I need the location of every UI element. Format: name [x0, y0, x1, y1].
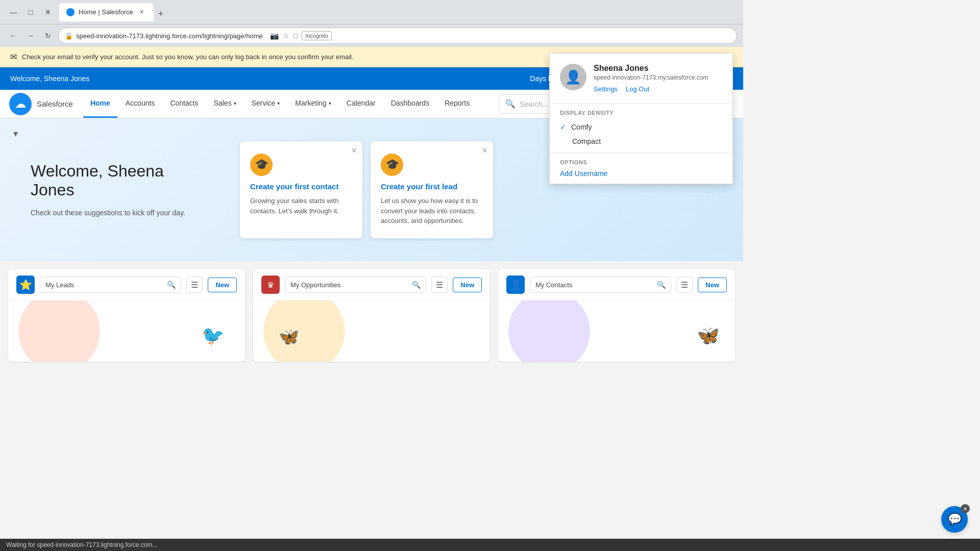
card-title-contact[interactable]: Create your first contact [250, 182, 352, 191]
card-desc-contact: Growing your sales starts with contacts.… [250, 196, 352, 216]
welcome-text-block: Welcome, Sheena Jones Check out these su… [31, 162, 209, 218]
nav-item-contacts[interactable]: Contacts [163, 90, 205, 118]
options-title: OPTIONS [560, 159, 722, 165]
contacts-semi-circle [508, 300, 590, 362]
screenshot-icon[interactable]: 📷 [270, 32, 279, 40]
leads-illustration: 🐦 [8, 300, 245, 362]
star-icon[interactable]: ☆ [283, 32, 289, 40]
address-text: speed-innovation-7173.lightning.force.co… [76, 32, 263, 40]
nav-item-reports[interactable]: Reports [437, 90, 477, 118]
tab-bar: Home | Salesforce ✕ + [59, 3, 737, 21]
widget-opportunities: ♛ My Opportunities 🔍 ☰ New 🦋 [253, 269, 490, 362]
leads-search[interactable]: My Leads 🔍 [40, 277, 181, 293]
user-dropdown: 👤 Sheena Jones speed-innovation-7173.my.… [549, 53, 733, 184]
contacts-search-label: My Contacts [535, 281, 572, 289]
opps-new-button[interactable]: New [453, 278, 482, 292]
lock-icon: 🔒 [65, 32, 73, 40]
card-icon-lead: 🎓 [381, 154, 403, 176]
contacts-new-button[interactable]: New [698, 278, 727, 292]
widget-contacts-header: 👤 My Contacts 🔍 ☰ New [498, 269, 735, 300]
opps-filter-button[interactable]: ☰ [431, 277, 448, 293]
minimize-button[interactable]: — [6, 5, 20, 19]
nav-items: Home Accounts Contacts Sales ▾ Service ▾… [83, 90, 477, 118]
card-desc-lead: Let us show you how easy it is to conver… [381, 196, 483, 226]
options-section: OPTIONS Add Username [550, 155, 732, 184]
nav-item-sales[interactable]: Sales ▾ [207, 90, 243, 118]
tab-favicon [66, 8, 75, 16]
nav-item-calendar[interactable]: Calendar [339, 90, 383, 118]
app-name: Salesforce [37, 99, 73, 108]
contacts-filter-button[interactable]: ☰ [676, 277, 693, 293]
widget-opps-body: 🦋 [253, 300, 490, 362]
maximize-button[interactable]: □ [23, 5, 38, 19]
logout-link[interactable]: Log Out [626, 85, 649, 93]
back-button[interactable]: ← [6, 29, 20, 43]
density-comfy-option[interactable]: ✓ Comfy [560, 120, 722, 134]
suggestion-card-contact: ✕ 🎓 Create your first contact Growing yo… [240, 141, 362, 238]
forward-button[interactable]: → [23, 29, 38, 43]
tab-close-button[interactable]: ✕ [137, 8, 146, 17]
contacts-icon: 👤 [506, 276, 525, 294]
browser-nav: ← → ↻ 🔒 speed-innovation-7173.lightning.… [0, 24, 743, 47]
dropdown-header: 👤 Sheena Jones speed-innovation-7173.my.… [550, 54, 732, 104]
leads-filter-button[interactable]: ☰ [186, 277, 203, 293]
suggestion-card-lead: ✕ 🎓 Create your first lead Let us show y… [371, 141, 493, 238]
density-compact-option[interactable]: Compact [560, 134, 722, 148]
density-comfy-label: Comfy [571, 123, 592, 131]
salesforce-logo[interactable]: ☁ [8, 92, 33, 116]
card-icon-contact: 🎓 [250, 154, 273, 176]
contacts-search-icon: 🔍 [657, 281, 666, 289]
sidebar-icon[interactable]: □ [293, 32, 298, 40]
leads-icon: ⭐ [16, 276, 35, 294]
mail-icon: ✉ [10, 52, 17, 62]
notification-text: Check your email to verify your account.… [22, 53, 354, 61]
nav-item-dashboards[interactable]: Dashboards [384, 90, 437, 118]
widget-leads-body: 🐦 [8, 300, 245, 362]
refresh-button[interactable]: ↻ [41, 29, 55, 43]
browser-controls: — □ ✕ [6, 5, 55, 19]
widget-opps-header: ♛ My Opportunities 🔍 ☰ New [253, 269, 490, 300]
address-bar[interactable]: 🔒 speed-innovation-7173.lightning.force.… [58, 28, 737, 44]
leads-search-label: My Leads [45, 281, 74, 289]
opps-search-icon: 🔍 [412, 281, 421, 289]
check-icon: ✓ [560, 123, 566, 131]
leads-new-button[interactable]: New [208, 278, 237, 292]
nav-item-service[interactable]: Service ▾ [244, 90, 287, 118]
search-icon: 🔍 [505, 99, 516, 109]
incognito-icon[interactable]: Incognito [302, 31, 332, 40]
widget-contacts: 👤 My Contacts 🔍 ☰ New 🦋 [498, 269, 735, 362]
active-tab[interactable]: Home | Salesforce ✕ [59, 3, 154, 21]
contacts-illustration: 🦋 [498, 300, 735, 362]
welcome-text: Welcome, Sheena Jones [10, 74, 89, 83]
card-close-contact[interactable]: ✕ [351, 146, 357, 155]
collapse-button[interactable]: ▾ [8, 127, 22, 141]
close-button[interactable]: ✕ [41, 5, 55, 19]
opps-search-label: My Opportunities [290, 281, 340, 289]
nav-item-home[interactable]: Home [83, 90, 117, 118]
add-username-link[interactable]: Add Username [560, 169, 722, 178]
opps-semi-circle [263, 300, 345, 362]
dropdown-org: speed-innovation-7173.my.salesforce.com [594, 74, 722, 81]
widget-contacts-body: 🦋 [498, 300, 735, 362]
welcome-title: Welcome, Sheena Jones [31, 162, 209, 199]
nav-item-marketing[interactable]: Marketing ▾ [288, 90, 338, 118]
tab-title: Home | Salesforce [79, 8, 133, 16]
opps-search[interactable]: My Opportunities 🔍 [285, 277, 426, 293]
dropdown-username: Sheena Jones [594, 64, 722, 73]
butterfly-icon: 🦋 [279, 327, 299, 346]
card-title-lead[interactable]: Create your first lead [381, 182, 483, 191]
settings-link[interactable]: Settings [594, 85, 618, 93]
dropdown-divider [550, 153, 732, 153]
address-bar-icons: 📷 ☆ □ Incognito [270, 31, 332, 40]
nav-item-accounts[interactable]: Accounts [118, 90, 162, 118]
display-density-section: DISPLAY DENSITY ✓ Comfy Compact [550, 104, 732, 153]
dropdown-avatar: 👤 [560, 64, 586, 90]
suggestion-cards: ✕ 🎓 Create your first contact Growing yo… [240, 141, 493, 238]
card-close-lead[interactable]: ✕ [482, 146, 488, 155]
dropdown-user-info: Sheena Jones speed-innovation-7173.my.sa… [594, 64, 722, 93]
new-tab-button[interactable]: + [154, 7, 168, 21]
contacts-search[interactable]: My Contacts 🔍 [530, 277, 671, 293]
widgets-section: ⭐ My Leads 🔍 ☰ New 🐦 ♛ My Opportun [0, 261, 743, 370]
leads-search-icon: 🔍 [167, 281, 176, 289]
dropdown-links: Settings Log Out [594, 85, 722, 93]
